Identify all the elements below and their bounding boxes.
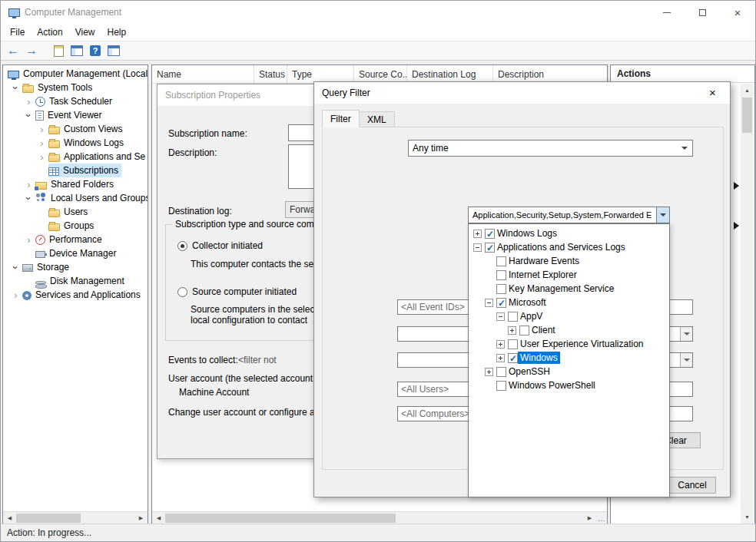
scroll-left-icon[interactable]: ◀ bbox=[152, 512, 165, 524]
chevron-expanded-icon[interactable]: › bbox=[23, 192, 35, 205]
close-button[interactable]: × bbox=[720, 1, 755, 24]
tree-horizontal-scrollbar[interactable]: ◀ ▶ bbox=[3, 511, 148, 524]
tree-item-subscriptions[interactable]: Subscriptions bbox=[3, 164, 148, 177]
expand-plus-icon[interactable] bbox=[508, 326, 516, 335]
chevron-collapsed-icon[interactable]: › bbox=[22, 234, 35, 246]
minimize-button[interactable] bbox=[649, 1, 685, 24]
chevron-expanded-icon[interactable]: › bbox=[23, 109, 35, 122]
checkbox-icon[interactable] bbox=[496, 270, 506, 280]
tree-item-device-manager[interactable]: Device Manager bbox=[3, 246, 148, 260]
tree-item-performance[interactable]: ›Performance bbox=[3, 233, 148, 246]
event-log-item-client[interactable]: Client bbox=[469, 323, 669, 337]
combo-dropdown-button[interactable] bbox=[656, 207, 669, 223]
collapse-minus-icon[interactable] bbox=[485, 299, 493, 307]
chevron-expanded-icon[interactable]: › bbox=[10, 261, 22, 274]
properties-icon[interactable] bbox=[105, 43, 122, 58]
collector-initiated-radio[interactable]: Collector initiated bbox=[177, 240, 263, 251]
scrollbar-thumb[interactable] bbox=[16, 514, 81, 523]
tree-item-computer-management-local[interactable]: Computer Management (Local) bbox=[3, 67, 148, 81]
source-initiated-radio[interactable]: Source computer initiated bbox=[177, 286, 297, 297]
checkbox-icon[interactable] bbox=[496, 381, 506, 391]
menu-view[interactable]: View bbox=[69, 25, 101, 40]
tree-item-groups[interactable]: Groups bbox=[3, 219, 148, 233]
help-icon[interactable] bbox=[87, 43, 104, 58]
event-log-item-user-experience-virtualization[interactable]: User Experience Virtualization bbox=[469, 337, 669, 351]
event-log-item-windows-logs[interactable]: Windows Logs bbox=[469, 226, 669, 240]
tree-item-applications-and-se[interactable]: ›Applications and Se bbox=[3, 150, 148, 164]
checkbox-icon[interactable] bbox=[496, 367, 506, 377]
checkbox-icon[interactable] bbox=[508, 312, 518, 322]
tree-item-services-and-applications[interactable]: ›Services and Applications bbox=[3, 288, 148, 302]
column-header-destination-log[interactable]: Destination Log bbox=[407, 65, 493, 83]
tree-item-windows-logs[interactable]: ›Windows Logs bbox=[3, 136, 148, 150]
column-header-name[interactable]: Name bbox=[152, 65, 254, 83]
checkbox-checked-icon[interactable] bbox=[485, 229, 495, 239]
action-submenu-arrow-icon[interactable] bbox=[734, 222, 739, 230]
tree-item-system-tools[interactable]: ›System Tools bbox=[3, 81, 148, 94]
chevron-collapsed-icon[interactable]: › bbox=[22, 96, 35, 107]
expand-plus-icon[interactable] bbox=[473, 230, 482, 238]
maximize-button[interactable] bbox=[685, 1, 720, 24]
chevron-collapsed-icon[interactable]: › bbox=[9, 289, 22, 301]
event-log-item-windows[interactable]: Windows bbox=[469, 351, 669, 365]
expand-plus-icon[interactable] bbox=[496, 354, 505, 362]
expand-plus-icon[interactable] bbox=[496, 340, 505, 349]
column-header-type[interactable]: Type bbox=[287, 65, 354, 83]
event-log-item-key-management-service[interactable]: Key Management Service bbox=[469, 282, 669, 296]
event-log-item-openssh[interactable]: OpenSSH bbox=[469, 365, 669, 378]
event-log-item-hardware-events[interactable]: Hardware Events bbox=[469, 254, 669, 268]
actions-vertical-scrollbar[interactable]: ▲ ▼ bbox=[741, 84, 754, 524]
logged-combobox[interactable]: Any time bbox=[408, 140, 693, 157]
task-category-dropdown-button[interactable] bbox=[680, 326, 693, 342]
scroll-left-icon[interactable]: ◀ bbox=[3, 512, 16, 524]
dialog-title-bar[interactable]: Query Filter × bbox=[314, 82, 730, 104]
collapse-minus-icon[interactable] bbox=[496, 312, 505, 321]
tree-item-shared-folders[interactable]: ›Shared Folders bbox=[3, 177, 148, 191]
scroll-up-icon[interactable]: ▲ bbox=[741, 84, 754, 97]
chevron-collapsed-icon[interactable]: › bbox=[35, 151, 48, 163]
console-window-icon[interactable] bbox=[68, 43, 85, 58]
tree-item-task-scheduler[interactable]: ›Task Scheduler bbox=[3, 94, 148, 108]
chevron-collapsed-icon[interactable]: › bbox=[35, 124, 48, 135]
tree-item-disk-management[interactable]: Disk Management bbox=[3, 274, 148, 288]
event-log-item-internet-explorer[interactable]: Internet Explorer bbox=[469, 268, 669, 282]
menu-help[interactable]: Help bbox=[101, 25, 133, 40]
checkbox-checked-icon[interactable] bbox=[496, 298, 506, 308]
scrollbar-thumb[interactable] bbox=[165, 514, 396, 523]
scroll-right-icon[interactable]: ▶ bbox=[583, 512, 596, 524]
event-log-item-windows-powershell[interactable]: Windows PowerShell bbox=[469, 378, 669, 392]
back-icon[interactable] bbox=[5, 43, 22, 58]
scroll-right-icon[interactable]: ▶ bbox=[134, 512, 148, 524]
tree-item-local-users-and-groups[interactable]: ›Local Users and Groups bbox=[3, 191, 148, 205]
menu-action[interactable]: Action bbox=[31, 25, 68, 40]
tab-xml[interactable]: XML bbox=[359, 111, 395, 127]
list-horizontal-scrollbar[interactable]: ◀ ▶ … bbox=[152, 511, 607, 524]
checkbox-icon[interactable] bbox=[496, 256, 506, 266]
export-icon[interactable] bbox=[50, 43, 67, 58]
event-log-item-applications-and-services-logs[interactable]: Applications and Services Logs bbox=[469, 240, 669, 254]
tree-item-users[interactable]: Users bbox=[3, 205, 148, 219]
collapse-minus-icon[interactable] bbox=[473, 243, 482, 252]
chevron-collapsed-icon[interactable]: › bbox=[35, 137, 48, 149]
tab-filter[interactable]: Filter bbox=[322, 110, 360, 127]
cancel-button[interactable]: Cancel bbox=[668, 477, 716, 494]
forward-icon[interactable] bbox=[23, 43, 40, 58]
checkbox-icon[interactable] bbox=[508, 339, 518, 349]
checkbox-icon[interactable] bbox=[519, 326, 529, 335]
tree-item-event-viewer[interactable]: ›Event Viewer bbox=[3, 108, 148, 122]
chevron-collapsed-icon[interactable]: › bbox=[22, 179, 35, 190]
scrollbar-thumb[interactable] bbox=[742, 97, 752, 133]
keywords-dropdown-button[interactable] bbox=[680, 352, 693, 368]
event-log-item-appv[interactable]: AppV bbox=[469, 309, 669, 323]
dialog-close-button[interactable]: × bbox=[695, 82, 730, 103]
menu-file[interactable]: File bbox=[4, 25, 31, 40]
checkbox-checked-icon[interactable] bbox=[508, 353, 518, 363]
expand-plus-icon[interactable] bbox=[485, 368, 493, 376]
action-submenu-arrow-icon[interactable] bbox=[734, 182, 739, 190]
chevron-expanded-icon[interactable]: › bbox=[10, 81, 22, 94]
column-header-source-co[interactable]: Source Co... bbox=[354, 65, 407, 83]
column-header-status[interactable]: Status bbox=[254, 65, 287, 83]
tree-item-custom-views[interactable]: ›Custom Views bbox=[3, 122, 148, 136]
scroll-down-icon[interactable]: ▼ bbox=[741, 511, 754, 524]
checkbox-checked-icon[interactable] bbox=[485, 243, 495, 253]
